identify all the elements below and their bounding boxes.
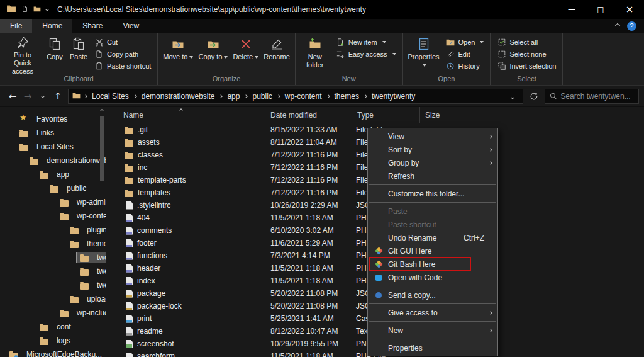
context-menu-item[interactable]: Refresh	[368, 169, 497, 183]
file-date-modified: 11/5/2021 1:18 AM	[265, 213, 352, 222]
copy-button[interactable]: Copy	[43, 35, 66, 74]
context-menu-item[interactable]: Send a copy...	[368, 288, 497, 302]
history-button[interactable]: History	[443, 60, 487, 72]
open-button[interactable]: Open	[443, 37, 487, 48]
sidebar-item[interactable]: plugins	[0, 223, 106, 237]
sidebar-item[interactable]: wp-admin	[0, 195, 106, 209]
sidebar-item[interactable]: twentytwen...	[0, 264, 106, 278]
new-item-button[interactable]: New item	[333, 37, 399, 48]
context-menu-item[interactable]	[369, 202, 496, 203]
context-menu-item[interactable]: Sort by	[368, 143, 497, 156]
forward-button[interactable]: →	[20, 89, 35, 104]
context-menu-item-label: Git Bash Here	[388, 260, 479, 269]
context-menu-item[interactable]	[369, 303, 496, 304]
tab-file[interactable]: File	[0, 19, 32, 33]
sidebar-item[interactable]: demonstrationwebs...	[0, 154, 106, 167]
context-menu-item[interactable]: Group by	[368, 156, 497, 169]
cut-button[interactable]: Cut	[91, 37, 154, 48]
quick-access-toolbar-chevron-icon[interactable]	[45, 8, 49, 11]
tab-home[interactable]: Home	[32, 19, 72, 33]
sidebar-item[interactable]: themes	[0, 237, 106, 251]
context-menu-item[interactable]: Paste shortcut	[368, 218, 497, 231]
context-menu-item[interactable]: Git GUI Here	[368, 244, 497, 258]
rename-button[interactable]: Rename	[262, 35, 292, 74]
breadcrumb-item[interactable]: app	[217, 92, 242, 101]
close-button[interactable]: ×	[615, 0, 644, 19]
sidebar-item[interactable]: Links	[0, 126, 106, 140]
breadcrumb-item[interactable]: themes	[325, 92, 362, 101]
select-all-button[interactable]: Select all	[494, 37, 559, 48]
context-menu-item[interactable]: Paste	[368, 205, 497, 218]
breadcrumb-item[interactable]: public	[242, 92, 274, 101]
column-header-name[interactable]: Name	[106, 107, 265, 123]
address-history-chevron-icon[interactable]	[506, 92, 519, 101]
breadcrumb-item[interactable]: twentytwenty	[362, 92, 418, 101]
refresh-button[interactable]	[526, 89, 542, 104]
copy-path-button[interactable]: Copy path	[91, 48, 154, 60]
new-folder-button[interactable]: New folder	[299, 35, 331, 74]
context-menu-item[interactable]	[369, 339, 496, 339]
breadcrumb-item[interactable]: demonstrationwebsite	[131, 92, 218, 101]
context-menu-item[interactable]: View	[368, 130, 497, 143]
properties-button[interactable]: Properties	[406, 35, 441, 74]
search-input[interactable]	[560, 92, 634, 101]
invert-selection-button[interactable]: Invert selection	[494, 60, 559, 72]
tab-view[interactable]: View	[113, 19, 149, 33]
column-header-date-modified[interactable]: Date modified	[265, 107, 352, 123]
sidebar-item[interactable]: wp-includes	[0, 306, 106, 320]
pin-to-quick-access-button[interactable]: Pin to Quick access	[3, 35, 42, 74]
recent-locations-chevron-icon[interactable]	[35, 89, 50, 104]
sidebar-item[interactable]: twentytwen...	[0, 278, 106, 292]
edit-button[interactable]: Edit	[443, 48, 487, 60]
sidebar-item[interactable]: public	[0, 181, 106, 195]
sidebar-item[interactable]: twentytwen...	[0, 251, 106, 264]
minimize-button[interactable]: —	[557, 0, 586, 19]
sidebar-item[interactable]: Local Sites	[0, 140, 106, 154]
quick-access-properties-icon[interactable]	[21, 5, 28, 14]
sidebar-item[interactable]: uploads	[0, 292, 106, 306]
context-menu-item[interactable]	[369, 321, 496, 322]
scrollbar-up-icon[interactable]	[100, 109, 104, 113]
quick-access-folder-icon[interactable]	[33, 5, 41, 14]
easy-access-button[interactable]: Easy access	[333, 48, 399, 60]
search-icon	[550, 92, 557, 100]
context-menu-item-icon	[374, 159, 383, 167]
paste-button[interactable]: Paste	[67, 35, 90, 74]
sidebar-item[interactable]: app	[0, 167, 106, 181]
copy-to-button[interactable]: Copy to	[196, 35, 230, 74]
sidebar-item[interactable]: wp-content	[0, 209, 106, 223]
breadcrumb-item[interactable]: wp-content	[275, 92, 325, 101]
column-header-type[interactable]: Type	[352, 107, 420, 123]
delete-button[interactable]: Delete	[231, 35, 260, 74]
maximize-button[interactable]: □	[586, 0, 615, 19]
context-menu-item[interactable]: Give access to	[368, 306, 497, 319]
back-button[interactable]: ←	[5, 89, 20, 104]
paste-shortcut-button[interactable]: Paste shortcut	[91, 60, 154, 72]
sidebar-item[interactable]: conf	[0, 320, 106, 334]
search-box[interactable]	[545, 89, 639, 104]
address-box[interactable]: Local Sites demonstrationwebsite app pub…	[68, 89, 523, 104]
sidebar-item[interactable]: MicrosoftEdgeBacku...	[0, 348, 106, 357]
help-icon[interactable]: ?	[627, 21, 636, 31]
context-menu-item[interactable]: Customize this folder...	[368, 187, 497, 200]
sidebar-scrollbar[interactable]	[99, 107, 105, 357]
minimize-ribbon-icon[interactable]	[615, 23, 620, 28]
open-dropdown-icon	[480, 41, 484, 43]
explorer-window-icon	[6, 4, 16, 14]
context-menu-item[interactable]: Undo Rename Ctrl+Z	[368, 231, 497, 244]
sidebar-item[interactable]: Favorites	[0, 112, 106, 126]
context-menu-item[interactable]: Open with Code	[368, 271, 497, 284]
context-menu-item[interactable]	[369, 184, 496, 185]
sidebar-scrollbar-thumb[interactable]	[100, 116, 104, 181]
breadcrumb-item[interactable]: Local Sites	[82, 92, 131, 101]
up-button[interactable]: ↑	[50, 89, 65, 104]
context-menu-item[interactable]: Git Bash Here	[368, 258, 497, 271]
move-to-button[interactable]: Move to	[161, 35, 195, 74]
context-menu-item[interactable]	[369, 286, 496, 286]
context-menu-item[interactable]: Properties	[368, 341, 497, 354]
sidebar-item[interactable]: logs	[0, 334, 106, 348]
select-none-button[interactable]: Select none	[494, 48, 559, 60]
tab-share[interactable]: Share	[72, 19, 113, 33]
context-menu-item[interactable]: New	[368, 324, 497, 337]
column-header-size[interactable]: Size	[420, 107, 467, 123]
